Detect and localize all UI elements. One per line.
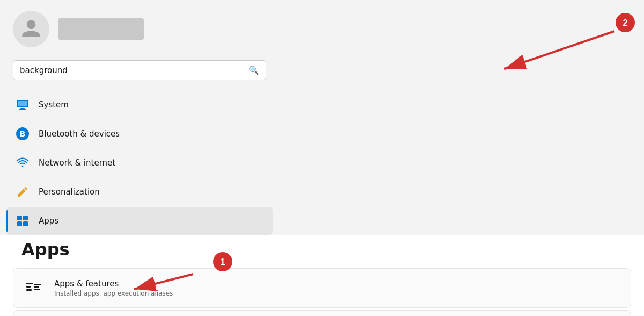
svg-rect-13 [17, 216, 22, 220]
nav-list: System B Bluetooth & devices [0, 91, 279, 235]
apps-features-icon [24, 278, 43, 298]
system-icon [15, 97, 30, 112]
sidebar-item-personalization-label: Personalization [39, 187, 100, 197]
svg-line-7 [504, 31, 614, 69]
svg-point-12 [22, 166, 24, 167]
sidebar-item-network-label: Network & internet [39, 158, 115, 168]
svg-rect-14 [23, 216, 28, 220]
avatar [13, 11, 49, 47]
apps-features-desc: Installed apps, app execution aliases [54, 290, 620, 297]
sidebar-item-network[interactable]: Network & internet [6, 149, 273, 177]
sidebar-item-apps-label: Apps [39, 216, 58, 226]
svg-rect-16 [23, 221, 28, 226]
content-header: Apps [0, 235, 644, 268]
sidebar-item-bluetooth[interactable]: B Bluetooth & devices [6, 120, 273, 148]
svg-rect-22 [34, 289, 40, 290]
svg-rect-11 [19, 109, 26, 110]
svg-rect-15 [17, 221, 22, 226]
svg-rect-19 [26, 289, 32, 291]
sidebar-item-personalization[interactable]: Personalization [6, 178, 273, 206]
bluetooth-icon: B [15, 126, 30, 141]
sidebar-item-bluetooth-label: Bluetooth & devices [39, 129, 120, 139]
personalization-icon [15, 184, 30, 199]
page-title: Apps [21, 239, 623, 260]
sidebar-item-apps[interactable]: Apps [6, 207, 273, 235]
search-icon[interactable]: 🔍 [248, 65, 259, 75]
apps-icon [15, 213, 30, 228]
svg-point-5 [616, 13, 635, 32]
settings-list: Apps & features Installed apps, app exec… [0, 268, 644, 316]
sidebar-item-system[interactable]: System [6, 91, 273, 119]
sidebar-item-system-label: System [39, 100, 69, 110]
network-icon [15, 155, 30, 170]
profile-name-placeholder [58, 18, 144, 40]
svg-rect-18 [26, 286, 31, 288]
main-content: Apps Apps & features Instal [0, 235, 644, 316]
profile-area [0, 0, 279, 58]
apps-features-title: Apps & features [54, 279, 620, 289]
svg-rect-10 [20, 108, 25, 109]
search-value: background [20, 66, 244, 75]
settings-item-apps-features[interactable]: Apps & features Installed apps, app exec… [13, 268, 631, 308]
search-area: background 🔍 [0, 58, 279, 91]
apps-features-text: Apps & features Installed apps, app exec… [54, 279, 620, 297]
svg-text:2: 2 [623, 18, 628, 27]
svg-rect-17 [26, 283, 33, 284]
user-icon [20, 18, 42, 40]
settings-item-default-apps[interactable]: Default apps Defaults for file and link … [13, 310, 631, 316]
svg-rect-20 [34, 284, 41, 285]
svg-rect-9 [18, 101, 27, 106]
svg-rect-21 [34, 286, 39, 288]
search-box[interactable]: background 🔍 [13, 60, 266, 80]
